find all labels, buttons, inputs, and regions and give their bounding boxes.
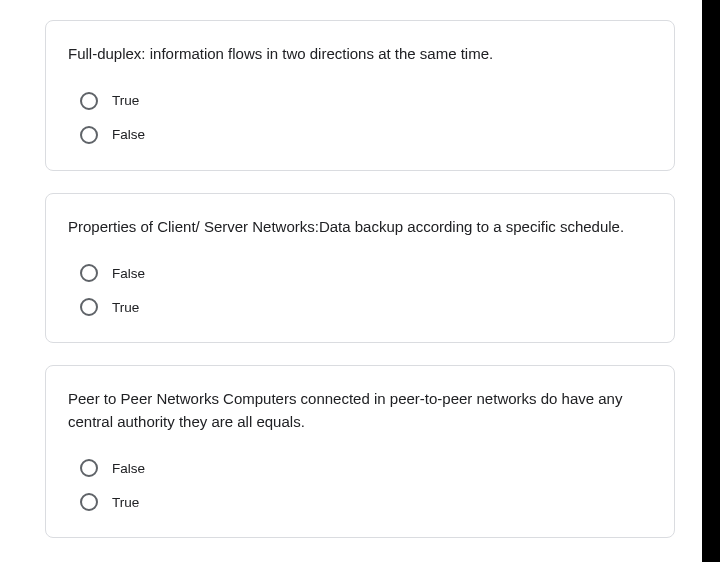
- radio-option[interactable]: True: [68, 84, 652, 118]
- radio-unchecked-icon: [80, 126, 98, 144]
- option-label: True: [112, 495, 139, 510]
- radio-unchecked-icon: [80, 493, 98, 511]
- radio-unchecked-icon: [80, 92, 98, 110]
- radio-unchecked-icon: [80, 298, 98, 316]
- question-card: Peer to Peer Networks Computers connecte…: [45, 365, 675, 538]
- question-card: Full-duplex: information flows in two di…: [45, 20, 675, 171]
- radio-option[interactable]: True: [68, 290, 652, 324]
- question-text: Properties of Client/ Server Networks:Da…: [68, 216, 652, 239]
- question-text: Peer to Peer Networks Computers connecte…: [68, 388, 652, 433]
- option-label: True: [112, 93, 139, 108]
- radio-unchecked-icon: [80, 459, 98, 477]
- option-label: False: [112, 127, 145, 142]
- option-label: False: [112, 461, 145, 476]
- right-border-bar: [702, 0, 720, 562]
- option-label: True: [112, 300, 139, 315]
- radio-option[interactable]: False: [68, 118, 652, 152]
- question-card: Properties of Client/ Server Networks:Da…: [45, 193, 675, 344]
- question-text: Full-duplex: information flows in two di…: [68, 43, 652, 66]
- radio-option[interactable]: False: [68, 451, 652, 485]
- radio-option[interactable]: True: [68, 485, 652, 519]
- radio-option[interactable]: False: [68, 256, 652, 290]
- option-label: False: [112, 266, 145, 281]
- radio-unchecked-icon: [80, 264, 98, 282]
